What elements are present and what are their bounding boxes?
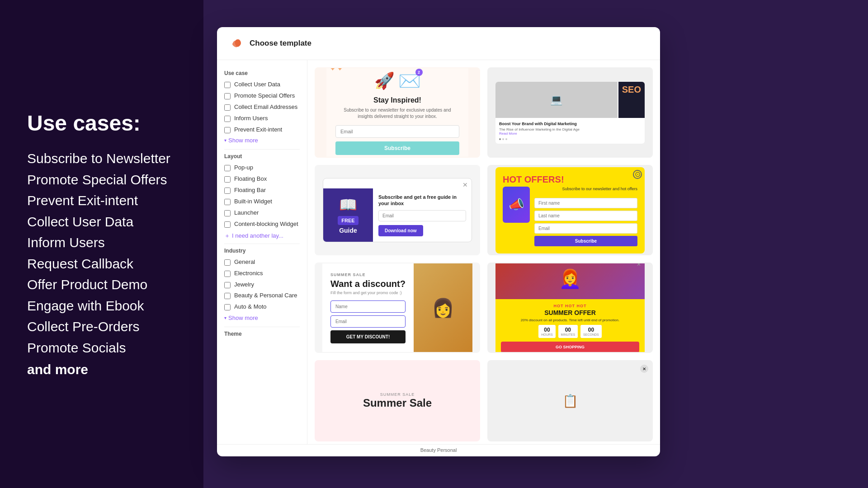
add-layout-button[interactable]: ＋ I need another lay... — [224, 232, 283, 240]
use-case-collect-data[interactable]: Collect User Data — [27, 211, 176, 233]
discount-get-button[interactable]: GET MY DISCOUNT! — [330, 330, 406, 343]
hot-offers-title: HOT OFFERS! — [503, 174, 637, 185]
use-case-preorders[interactable]: Collect Pre-Orders — [27, 316, 176, 338]
hot-popup: ⊙ HOT OFFERS! 📣 Subscribe to our newslet… — [495, 167, 645, 253]
use-case-subscribe[interactable]: Subscribe to Newsletter — [27, 148, 176, 169]
blog-read-more-1[interactable]: Read More — [499, 131, 641, 136]
use-case-show-more-button[interactable]: ▾ Show more — [224, 137, 258, 144]
template-summer-offer[interactable]: 👩‍🦰 ✕ HOT HOT HOT SUMMER OFFER 20% disco… — [487, 263, 653, 353]
discount-form-side: SUMMER SALE Want a discount? Fill the fo… — [322, 263, 414, 353]
blog-subline: The Rise of Influencer Marketing in the … — [499, 127, 641, 131]
filter-collect-user-data-checkbox[interactable] — [224, 82, 231, 88]
app-logo — [230, 36, 244, 51]
use-case-callback[interactable]: Request Callback — [27, 253, 176, 275]
filter-electronics-label: Electronics — [234, 270, 263, 277]
template-summer-sale2[interactable]: SUMMER SALE Summer Sale — [315, 360, 480, 441]
hot-offers-close-icon[interactable]: ⊙ — [633, 170, 642, 179]
newsletter-inner: ✦ ✦ 🚀 ✉️ 2 Stay Inspired! Subscribe to o… — [326, 67, 468, 158]
woman-photo: 👩 — [414, 263, 472, 353]
filter-electronics-checkbox[interactable] — [224, 271, 231, 277]
industry-show-more-label: Show more — [228, 314, 258, 321]
filter-popup-checkbox[interactable] — [224, 165, 231, 171]
filter-popup[interactable]: Pop-up — [224, 164, 300, 172]
filter-launcher[interactable]: Launcher — [224, 209, 300, 217]
hot-offers-subtitle: Subscribe to our newsletter and hot offe… — [534, 187, 637, 191]
filter-beauty-checkbox[interactable] — [224, 293, 231, 299]
use-case-promote-special[interactable]: Promote Special Offers — [27, 169, 176, 191]
guide-tagline: Subscribe and get a free guide in your i… — [378, 194, 466, 207]
filter-collect-user-data[interactable]: Collect User Data — [224, 81, 300, 89]
guide-close-icon[interactable]: ✕ — [462, 181, 468, 188]
filter-content-blocking[interactable]: Content-blocking Widget — [224, 221, 300, 228]
chevron-down-icon: ▾ — [224, 138, 226, 143]
filter-floating-bar[interactable]: Floating Bar — [224, 187, 300, 194]
layout-section-title: Layout — [224, 153, 300, 160]
hot-email-input[interactable] — [534, 223, 637, 234]
template-hot-offers[interactable]: ⊙ HOT OFFERS! 📣 Subscribe to our newslet… — [487, 165, 653, 255]
guide-label: Guide — [339, 227, 357, 234]
filter-jewelry[interactable]: Jewelry — [224, 281, 300, 289]
template-guide[interactable]: ✕ 📖 FREE Guide Subscribe and get a free … — [315, 165, 480, 255]
right-area: Choose template Use case Collect User Da… — [203, 0, 868, 488]
newsletter-email-input[interactable] — [335, 125, 459, 138]
summer-close-icon[interactable]: ✕ — [637, 263, 641, 267]
filter-promote-special-checkbox[interactable] — [224, 93, 231, 99]
filter-collect-user-data-label: Collect User Data — [234, 81, 280, 89]
guide-email-input[interactable] — [378, 210, 466, 221]
extra-close-icon[interactable]: ✕ — [640, 365, 648, 373]
hot-firstname-input[interactable] — [534, 198, 637, 208]
hot-subscribe-button[interactable]: Subscribe — [534, 236, 637, 246]
filter-content-blocking-checkbox[interactable] — [224, 221, 231, 228]
template-blog[interactable]: 💻 SEO Boost Your Brand with Digital Mark… — [487, 67, 653, 158]
filter-auto-moto[interactable]: Auto & Moto — [224, 303, 300, 311]
use-case-prevent-exit[interactable]: Prevent Exit-intent — [27, 190, 176, 211]
guide-left-panel: 📖 FREE Guide — [323, 188, 373, 242]
filter-built-in-widget[interactable]: Built-in Widget — [224, 198, 300, 206]
summer2-title: Summer Sale — [323, 397, 472, 409]
use-case-ebook[interactable]: Engage with Ebook — [27, 296, 176, 317]
filter-auto-moto-checkbox[interactable] — [224, 304, 231, 310]
discount-title: Want a discount? — [330, 279, 406, 289]
filter-launcher-checkbox[interactable] — [224, 210, 231, 216]
filter-general[interactable]: General — [224, 258, 300, 266]
blog-seo-panel: SEO — [618, 82, 645, 118]
use-case-socials[interactable]: Promote Socials — [27, 338, 176, 359]
discount-name-input[interactable] — [330, 300, 406, 313]
filter-floating-box-checkbox[interactable] — [224, 176, 231, 183]
filter-prevent-exit[interactable]: Prevent Exit-intent — [224, 126, 300, 134]
filter-collect-email[interactable]: Collect Email Addresses — [224, 103, 300, 111]
filter-inform[interactable]: Inform Users — [224, 115, 300, 122]
filter-built-in-widget-label: Built-in Widget — [234, 198, 272, 206]
filter-electronics[interactable]: Electronics — [224, 270, 300, 277]
filter-collect-email-checkbox[interactable] — [224, 104, 231, 111]
industry-show-more-button[interactable]: ▾ Show more — [224, 314, 258, 321]
template-extra[interactable]: ✕ 📋 — [487, 360, 653, 441]
blog-content: Boost Your Brand with Digital Marketing … — [495, 118, 645, 144]
filter-popup-label: Pop-up — [234, 164, 253, 172]
filter-promote-special[interactable]: Promote Special Offers — [224, 92, 300, 100]
filter-general-checkbox[interactable] — [224, 259, 231, 266]
guide-download-button[interactable]: Download now — [378, 225, 423, 236]
filter-built-in-widget-checkbox[interactable] — [224, 199, 231, 205]
filter-inform-checkbox[interactable] — [224, 116, 231, 122]
summer-offer-desc: 20% discount on all products. Time left … — [501, 318, 639, 322]
use-case-product-demo[interactable]: Offer Product Demo — [27, 274, 176, 296]
woman-summer-icon: 👩‍🦰 — [559, 268, 581, 290]
filter-beauty[interactable]: Beauty & Personal Care — [224, 292, 300, 300]
template-discount[interactable]: SUMMER SALE Want a discount? Fill the fo… — [315, 263, 480, 353]
dot-2 — [502, 138, 504, 140]
summer-go-shopping-button[interactable]: GO SHOPPING — [501, 342, 639, 352]
discount-email-input[interactable] — [330, 315, 406, 328]
envelope-wrapper: ✉️ 2 — [398, 70, 421, 92]
summer-hot-tag: HOT HOT HOT — [501, 304, 639, 308]
use-case-inform[interactable]: Inform Users — [27, 232, 176, 253]
blog-image-laptop: 💻 — [495, 82, 618, 118]
paper-plane-icon: 🚀 — [374, 71, 395, 90]
newsletter-subscribe-button[interactable]: Subscribe — [335, 141, 459, 155]
filter-floating-box[interactable]: Floating Box — [224, 175, 300, 183]
filter-prevent-exit-checkbox[interactable] — [224, 127, 231, 133]
filter-jewelry-checkbox[interactable] — [224, 282, 231, 288]
template-newsletter[interactable]: ✦ ✦ 🚀 ✉️ 2 Stay Inspired! Subscribe to o… — [315, 67, 480, 158]
filter-floating-bar-checkbox[interactable] — [224, 188, 231, 194]
hot-lastname-input[interactable] — [534, 211, 637, 221]
